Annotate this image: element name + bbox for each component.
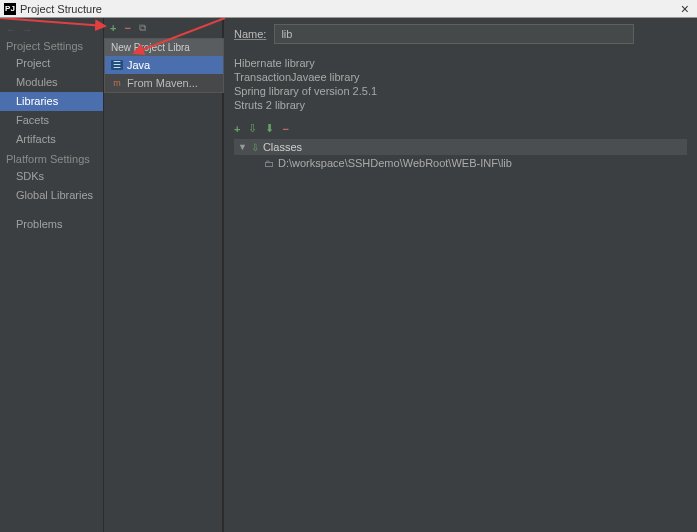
sidebar-item-project[interactable]: Project — [0, 54, 103, 73]
nav-section-0: Project Settings Project Modules Librari… — [0, 36, 103, 149]
nav-section-2: Problems — [0, 215, 103, 234]
remove-icon[interactable]: − — [124, 22, 130, 34]
library-list-column: + − ⧉ New Project Libra ☰ Java m From Ma… — [103, 18, 223, 532]
popup-item-label: Java — [127, 59, 150, 71]
name-label: Name: — [234, 28, 266, 40]
popup-item-label: From Maven... — [127, 77, 198, 89]
popup-item-maven[interactable]: m From Maven... — [105, 74, 223, 92]
remove-icon[interactable]: − — [282, 123, 288, 135]
tree-root-label: Classes — [263, 141, 302, 153]
mark-icon[interactable]: ⇩ — [248, 122, 257, 135]
copy-icon[interactable]: ⧉ — [139, 22, 146, 34]
sidebar-item-facets[interactable]: Facets — [0, 111, 103, 130]
library-detail-panel: Name: Hibernate library TransactionJavae… — [223, 18, 697, 532]
sidebar: ← → Project Settings Project Modules Lib… — [0, 18, 103, 532]
library-item[interactable]: Struts 2 library — [234, 98, 687, 112]
popup-header: New Project Libra — [105, 39, 223, 56]
sidebar-item-global-libraries[interactable]: Global Libraries — [0, 186, 103, 205]
new-library-popup: New Project Libra ☰ Java m From Maven... — [104, 38, 224, 93]
app-icon: PJ — [4, 3, 16, 15]
library-item[interactable]: TransactionJavaee library — [234, 70, 687, 84]
popup-item-java[interactable]: ☰ Java — [105, 56, 223, 74]
classes-icon: ⇩ — [251, 142, 259, 153]
tree-toolbar: + ⇩ ⬇ − — [234, 122, 687, 135]
mark2-icon[interactable]: ⬇ — [265, 122, 274, 135]
java-icon: ☰ — [111, 60, 123, 70]
expand-arrow-icon[interactable]: ▼ — [238, 142, 247, 152]
tree-root-row[interactable]: ▼ ⇩ Classes — [234, 139, 687, 155]
forward-arrow-icon[interactable]: → — [22, 24, 32, 35]
library-toolbar: + − ⧉ — [104, 18, 222, 38]
section-header: Platform Settings — [0, 149, 103, 167]
add-icon[interactable]: + — [234, 123, 240, 135]
sidebar-item-modules[interactable]: Modules — [0, 73, 103, 92]
sidebar-item-problems[interactable]: Problems — [0, 215, 103, 234]
sidebar-item-sdks[interactable]: SDKs — [0, 167, 103, 186]
nav-section-1: Platform Settings SDKs Global Libraries — [0, 149, 103, 205]
close-icon[interactable]: × — [677, 1, 693, 17]
library-item[interactable]: Hibernate library — [234, 56, 687, 70]
folder-icon: 🗀 — [264, 158, 274, 169]
maven-icon: m — [111, 78, 123, 88]
add-icon[interactable]: + — [110, 22, 116, 34]
sidebar-item-libraries[interactable]: Libraries — [0, 92, 103, 111]
back-arrow-icon[interactable]: ← — [6, 24, 16, 35]
window-title: Project Structure — [20, 3, 677, 15]
name-input[interactable] — [274, 24, 634, 44]
library-list: Hibernate library TransactionJavaee libr… — [234, 56, 687, 112]
sidebar-item-artifacts[interactable]: Artifacts — [0, 130, 103, 149]
library-item[interactable]: Spring library of version 2.5.1 — [234, 84, 687, 98]
tree-child-row[interactable]: 🗀 D:\workspace\SSHDemo\WebRoot\WEB-INF\l… — [234, 155, 687, 171]
section-header: Project Settings — [0, 36, 103, 54]
tree-path-label: D:\workspace\SSHDemo\WebRoot\WEB-INF\lib — [278, 157, 512, 169]
